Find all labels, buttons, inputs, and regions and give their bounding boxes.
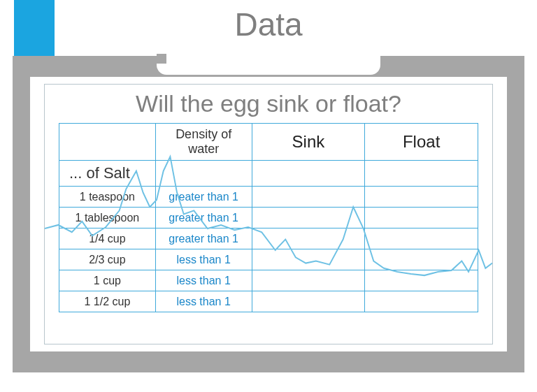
cell-empty (365, 161, 478, 187)
cell-density: greater than 1 (155, 208, 252, 228)
table-row: 1 1/2 cup less than 1 (59, 291, 478, 312)
cell-float (365, 208, 478, 228)
frame-notch (157, 54, 380, 75)
table-row: 1/4 cup greater than 1 (59, 228, 478, 249)
cell-sink (252, 270, 365, 291)
cell-sink (252, 187, 365, 208)
data-table: Density of water Sink Float ... of Salt … (59, 123, 478, 312)
cell-sink (252, 228, 365, 249)
cell-float (365, 249, 478, 270)
cell-float (365, 228, 478, 249)
cell-sink (252, 208, 365, 228)
table-row: 2/3 cup less than 1 (59, 249, 478, 270)
content-sheet: Will the egg sink or float? Density of w… (30, 77, 507, 351)
salt-header: ... of Salt (59, 161, 156, 187)
cell-float (365, 291, 478, 312)
cell-measure: 1 tablespoon (59, 208, 156, 228)
cell-density: less than 1 (155, 291, 252, 312)
cell-empty (252, 161, 365, 187)
header-sink: Sink (252, 124, 365, 161)
cell-density: greater than 1 (155, 228, 252, 249)
cell-density: less than 1 (155, 249, 252, 270)
cell-empty (155, 161, 252, 187)
subtitle: Will the egg sink or float? (59, 90, 478, 117)
header-blank (59, 124, 156, 161)
cell-measure: 2/3 cup (59, 249, 156, 270)
cell-measure: 1/4 cup (59, 228, 156, 249)
cell-float (365, 187, 478, 208)
cell-measure: 1 cup (59, 270, 156, 291)
table-row: 1 cup less than 1 (59, 270, 478, 291)
header-float: Float (365, 124, 478, 161)
table-subheader-row: ... of Salt (59, 161, 478, 187)
cell-measure: 1 1/2 cup (59, 291, 156, 312)
header-density: Density of water (155, 124, 252, 161)
table-header-row: Density of water Sink Float (59, 124, 478, 161)
cell-density: greater than 1 (155, 187, 252, 208)
inner-border: Will the egg sink or float? Density of w… (44, 84, 493, 344)
table-row: 1 teaspoon greater than 1 (59, 187, 478, 208)
cell-float (365, 270, 478, 291)
cell-sink (252, 291, 365, 312)
page-title: Data (0, 6, 537, 43)
cell-density: less than 1 (155, 270, 252, 291)
table-row: 1 tablespoon greater than 1 (59, 208, 478, 228)
cell-sink (252, 249, 365, 270)
cell-measure: 1 teaspoon (59, 187, 156, 208)
slide-frame: Will the egg sink or float? Density of w… (13, 56, 524, 372)
